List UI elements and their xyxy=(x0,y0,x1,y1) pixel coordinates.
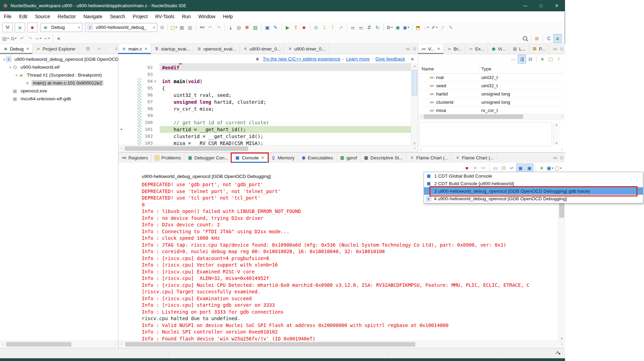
trace-button[interactable]: ⚌ xyxy=(357,23,365,32)
step-return-button[interactable]: ↗ xyxy=(337,23,345,32)
scroll-down-icon[interactable]: ∨ xyxy=(411,141,418,145)
coverage-button[interactable]: ◉▾ xyxy=(402,23,410,32)
scroll-up-icon[interactable]: ∧ xyxy=(411,64,418,68)
tree-item-openocd-exe[interactable]: ▤openocd.exe xyxy=(0,87,118,95)
debug-hscrollbar[interactable]: ‹ › xyxy=(0,341,118,348)
column-name[interactable]: Name xyxy=(418,66,479,71)
chevron-down-icon[interactable]: ▾ xyxy=(175,26,177,29)
column-type[interactable]: Type xyxy=(479,66,491,71)
tree-item-riscv64-unknown-elf-gdb[interactable]: ▤riscv64-unknown-elf-gdb xyxy=(0,95,118,103)
edit-config-button[interactable]: ✎ xyxy=(272,23,279,32)
chevron-down-icon[interactable]: ▾ xyxy=(408,26,409,29)
line-number[interactable]: 97 xyxy=(137,99,153,105)
scroll-left-icon[interactable]: ‹ xyxy=(119,146,124,150)
debug-button[interactable]: ж xyxy=(15,23,25,32)
line-number[interactable]: 102 xyxy=(137,133,153,140)
console-hscrollbar[interactable]: ‹ › xyxy=(118,341,565,348)
tab-memory[interactable]: ▯Memory xyxy=(268,153,298,163)
menu-search[interactable]: Search xyxy=(106,14,129,19)
give-feedback-link[interactable]: Give feedback xyxy=(375,56,405,61)
instruction-stepping-button[interactable]: ⚌ xyxy=(349,23,357,32)
menu-window[interactable]: Window xyxy=(195,14,219,19)
scroll-up-icon[interactable]: ∧ xyxy=(553,123,560,127)
menu-run[interactable]: Run xyxy=(178,14,195,19)
menu-project[interactable]: Project xyxy=(129,14,152,19)
view-menu-button[interactable]: ⁝ xyxy=(555,55,563,63)
next-annotation-button[interactable]: ▤▾ xyxy=(2,34,9,43)
next-edit-location-button[interactable]: ↷ xyxy=(26,34,34,43)
expand-arrow-icon[interactable]: ∨ xyxy=(8,65,12,69)
scroll-left-icon[interactable]: ‹ xyxy=(119,342,124,346)
chevron-down-icon[interactable]: ▾ xyxy=(15,37,16,40)
scroll-thumb[interactable] xyxy=(424,114,523,119)
previous-annotation-button[interactable]: ⧉▾ xyxy=(10,34,18,43)
console-output[interactable]: DEPRECATED! use 'gdb port', not 'gdb_por… xyxy=(142,181,557,341)
tab-debug[interactable]: жDebug✕ xyxy=(0,44,33,54)
show-console-stderr-button[interactable]: ▣ xyxy=(525,163,533,172)
line-number[interactable]: 98 xyxy=(137,105,153,112)
show-process-info-button[interactable]: i xyxy=(111,45,118,53)
maximize-button[interactable]: □ xyxy=(533,0,549,11)
expand-arrow-icon[interactable]: ∨ xyxy=(2,57,6,61)
editor-vscrollbar[interactable]: ∧ ∨ xyxy=(411,63,418,146)
menu-edit[interactable]: Edit xyxy=(15,14,31,19)
maximize-icon[interactable]: □ xyxy=(413,46,416,51)
tab-u900-timer-0[interactable]: ≡u900-timer_0... xyxy=(240,44,284,54)
toggle-comment-button[interactable]: ∕ xyxy=(439,23,447,32)
tab-l[interactable]: ▤L... xyxy=(509,44,529,54)
remove-all-terminated-button[interactable]: ✕ xyxy=(94,45,101,53)
scroll-thumb[interactable] xyxy=(125,146,248,151)
sort-button[interactable]: ⇵ xyxy=(366,23,373,32)
open-perspective-button[interactable]: ⊞ xyxy=(533,34,541,43)
build-button[interactable]: ⚒ xyxy=(2,23,13,32)
line-number[interactable]: 95 xyxy=(137,85,153,92)
tab-flame-chart[interactable]: ≡Flame Chart (... xyxy=(406,153,452,163)
menu-navigate[interactable]: Navigate xyxy=(80,14,106,19)
show-console-stdout-button[interactable]: ▣ xyxy=(516,163,525,172)
scroll-right-icon[interactable]: › xyxy=(560,114,564,118)
minimize-button[interactable]: — xyxy=(517,0,533,11)
menu-source[interactable]: Source xyxy=(31,14,54,19)
remove-launch-button[interactable]: ✕ xyxy=(471,164,479,172)
line-number[interactable]: 94 xyxy=(137,78,153,85)
scroll-down-icon[interactable]: ∨ xyxy=(559,336,565,340)
variable-row-rval[interactable]: (x)=rvaluint32_t xyxy=(418,74,565,82)
open-console-button[interactable]: ▣ xyxy=(264,23,271,32)
tree-item-main[interactable]: ≡main() at main.c:101 0x800012e2 xyxy=(0,79,118,87)
line-number[interactable]: 101 xyxy=(137,126,153,133)
terminate-button[interactable]: ■ xyxy=(463,164,471,172)
menu-rv-tools[interactable]: RV-Tools xyxy=(151,14,178,19)
scroll-right-icon[interactable]: › xyxy=(113,342,117,346)
tab-executables[interactable]: ◉Executables xyxy=(298,153,337,163)
menu-item-3-u900-helloworld-de[interactable]: 3 u900-helloworld_debug_openocd [GDB Ope… xyxy=(424,187,643,195)
menu-item-2-cdt-build-console[interactable]: ▣2 CDT Build Console [u900-helloworld] xyxy=(424,180,643,187)
collapse-all-button[interactable]: ⊟ xyxy=(82,45,90,53)
redo-button[interactable]: ↷ xyxy=(215,23,222,32)
scroll-left-icon[interactable]: ‹ xyxy=(419,147,424,151)
editor-hscrollbar[interactable]: ‹ › xyxy=(118,145,418,152)
launch-config-combo[interactable]: cu900-helloworld_debug_▾ xyxy=(85,23,157,32)
tab-openocd-eval[interactable]: ≣openocd_eval... xyxy=(194,44,240,54)
close-icon[interactable]: ✕ xyxy=(261,156,264,160)
open-console-button[interactable]: ▢▾ xyxy=(554,164,562,172)
clear-console-button[interactable]: ▭ xyxy=(492,164,499,172)
suspend-button[interactable]: ‖ xyxy=(292,23,300,32)
tab-debugger-con[interactable]: ▣Debugger Con... xyxy=(184,153,232,163)
resume-button[interactable]: ▶ xyxy=(284,23,291,32)
tab-flame-chart[interactable]: ≡Flame Chart (... xyxy=(452,153,497,163)
line-number[interactable]: 93 xyxy=(137,71,153,78)
sdk-database-button[interactable]: ▤ xyxy=(252,23,259,32)
search-button[interactable] xyxy=(521,34,529,43)
tab-p[interactable]: ⊞P... xyxy=(529,44,549,54)
minimize-icon[interactable]: ▭ xyxy=(553,155,557,160)
chevron-down-icon[interactable]: ▾ xyxy=(552,167,553,170)
close-icon[interactable]: ✕ xyxy=(145,47,148,51)
search-tool-button[interactable]: ◌▾ xyxy=(423,23,430,32)
tab-ex[interactable]: x=Ex... xyxy=(465,44,488,54)
variable-detail-pane[interactable] xyxy=(419,122,552,146)
menu-file[interactable]: File xyxy=(0,14,15,19)
scroll-left-icon[interactable]: ‹ xyxy=(419,114,424,118)
save-all-button[interactable]: ▦ xyxy=(186,23,194,32)
save-button[interactable]: ▦ xyxy=(178,23,186,32)
refresh-button[interactable]: ↻ xyxy=(374,23,381,32)
